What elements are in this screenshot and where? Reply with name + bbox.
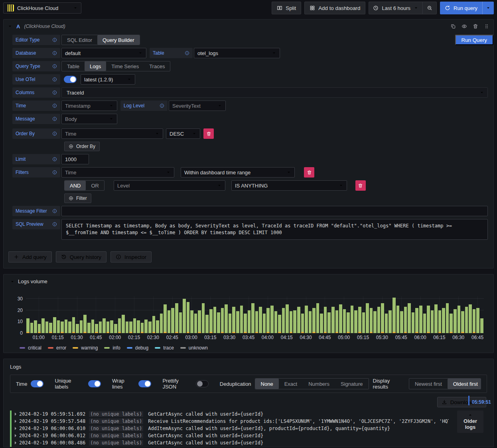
dedup-exact[interactable]: Exact <box>279 379 303 389</box>
log-row[interactable]: 2024-02-19 05:59:51.692(no unique labels… <box>10 411 449 418</box>
volume-bar <box>72 296 75 333</box>
legend-item-error[interactable]: error <box>48 345 66 351</box>
run-query-editor-button[interactable]: Run Query <box>455 35 493 45</box>
log-row[interactable]: 2024-02-19 06:00:06.012(no unique labels… <box>10 432 449 439</box>
expand-caret-icon[interactable] <box>15 434 16 437</box>
expand-caret-icon[interactable] <box>15 441 16 444</box>
query-history-button[interactable]: Query history <box>56 251 106 262</box>
editor-type-query-builder[interactable]: Query Builder <box>97 35 139 45</box>
remove-filter2-button[interactable] <box>355 180 366 191</box>
add-to-dashboard-button[interactable]: Add to dashboard <box>304 2 365 14</box>
collapse-chevron-icon[interactable] <box>10 279 15 284</box>
log-row[interactable]: 2024-02-19 06:00:18.663(no unique labels… <box>10 446 449 447</box>
filter-operator-select[interactable]: Within dashboard time range <box>181 167 295 178</box>
expand-caret-icon[interactable] <box>15 420 16 423</box>
log-level-select[interactable]: SeverityText <box>169 101 226 111</box>
info-icon[interactable] <box>52 77 57 82</box>
editor-type-sql-editor[interactable]: SQL Editor <box>62 35 97 45</box>
info-icon[interactable] <box>160 103 164 108</box>
volume-bar <box>392 296 396 333</box>
info-icon[interactable] <box>52 131 57 136</box>
dedup-numbers[interactable]: Numbers <box>303 379 335 389</box>
query-type-time-series[interactable]: Time Series <box>106 61 144 71</box>
info-icon[interactable] <box>52 51 57 55</box>
zoom-out-time-button[interactable] <box>422 2 436 14</box>
duplicate-query-icon[interactable] <box>450 24 456 29</box>
legend-item-unknown[interactable]: unknown <box>180 345 208 351</box>
columns-multiselect[interactable]: TraceId <box>61 87 488 98</box>
log-row[interactable]: 2024-02-19 05:59:57.548(no unique labels… <box>10 418 449 425</box>
expand-caret-icon[interactable] <box>15 412 16 416</box>
filter-field-select[interactable]: Time <box>61 167 174 178</box>
display-results-label: Display results <box>373 378 405 390</box>
table-select[interactable]: otel_logs <box>194 48 280 58</box>
time-toggle[interactable] <box>31 380 43 387</box>
split-button[interactable]: Split <box>272 2 301 14</box>
filter2-operator-select[interactable]: IS ANYTHING <box>231 180 347 191</box>
volume-bar <box>87 296 91 333</box>
legend-item-debug[interactable]: debug <box>127 345 148 351</box>
time-range-picker[interactable]: Last 6 hours <box>369 2 422 14</box>
query-type-logs[interactable]: Logs <box>85 61 106 71</box>
log-row[interactable]: 2024-02-19 06:00:06.010(no unique labels… <box>10 425 449 432</box>
volume-bar <box>301 296 304 333</box>
hide-query-icon[interactable] <box>461 24 467 29</box>
info-icon[interactable] <box>52 103 57 108</box>
filter2-field-select[interactable]: Level <box>114 180 225 191</box>
query-type-table[interactable]: Table <box>62 61 85 71</box>
display-newest-first[interactable]: Newest first <box>409 379 448 389</box>
display-oldest-first[interactable]: Oldest first <box>448 379 481 389</box>
info-icon[interactable] <box>52 209 57 213</box>
database-select[interactable]: default <box>61 48 146 58</box>
info-icon[interactable] <box>52 170 57 175</box>
inspector-button[interactable]: Inspector <box>110 251 152 262</box>
info-icon[interactable] <box>52 222 57 227</box>
wrap-lines-toggle[interactable] <box>138 380 151 387</box>
info-icon[interactable] <box>52 116 57 121</box>
prettify-json-toggle[interactable] <box>196 380 209 387</box>
log-labels-badge: (no unique labels) <box>89 433 143 438</box>
info-icon[interactable] <box>52 37 57 42</box>
collapse-chevron-icon[interactable] <box>8 24 12 29</box>
dedup-none[interactable]: None <box>255 379 279 389</box>
add-query-button[interactable]: Add query <box>8 251 52 262</box>
datasource-picker[interactable]: ClickHouse Cloud <box>3 2 81 14</box>
delete-query-icon[interactable] <box>473 24 478 29</box>
info-icon[interactable] <box>185 51 189 55</box>
use-otel-toggle[interactable] <box>64 76 77 83</box>
legend-item-warning[interactable]: warning <box>73 345 98 351</box>
info-icon[interactable] <box>52 157 57 162</box>
order-by-field-select[interactable]: Time <box>61 128 163 139</box>
limit-input[interactable] <box>61 154 89 164</box>
x-tick-label: 05:45 <box>395 335 407 340</box>
message-filter-input[interactable] <box>61 206 488 216</box>
add-filter-button[interactable]: Filter <box>64 193 91 203</box>
otel-version-select[interactable]: latest (1.2.9) <box>81 74 135 85</box>
remove-order-by-button[interactable] <box>203 128 214 139</box>
filter-bool-or[interactable]: OR <box>86 181 104 190</box>
log-row[interactable]: 2024-02-19 06:00:08.486(no unique labels… <box>10 439 449 446</box>
volume-bar <box>244 296 247 333</box>
volume-bar <box>225 296 228 333</box>
legend-item-critical[interactable]: critical <box>20 345 41 351</box>
drag-handle-icon[interactable] <box>484 24 489 29</box>
query-type-traces[interactable]: Traces <box>144 61 170 71</box>
older-logs-button[interactable]: Older logs <box>457 411 483 433</box>
order-by-direction-select[interactable]: DESC <box>166 128 200 139</box>
info-icon[interactable] <box>52 64 57 69</box>
dedup-signature[interactable]: Signature <box>335 379 369 389</box>
explore-toolbar: ClickHouse Cloud Split Add to dashboard … <box>0 0 497 16</box>
message-column-select[interactable]: Body <box>61 114 117 124</box>
legend-item-trace[interactable]: trace <box>155 345 174 351</box>
expand-caret-icon[interactable] <box>15 427 16 430</box>
legend-label: warning <box>81 345 98 351</box>
run-query-interval-dropdown[interactable] <box>482 2 494 14</box>
add-order-by-button[interactable]: Order By <box>64 142 100 151</box>
run-query-button[interactable]: Run query <box>440 2 482 14</box>
remove-filter-button[interactable] <box>304 167 314 178</box>
legend-item-info[interactable]: info <box>104 345 120 351</box>
filter-bool-and[interactable]: AND <box>65 181 86 190</box>
info-icon[interactable] <box>52 90 57 95</box>
unique-labels-toggle[interactable] <box>88 380 101 387</box>
time-column-select[interactable]: Timestamp <box>61 101 117 111</box>
